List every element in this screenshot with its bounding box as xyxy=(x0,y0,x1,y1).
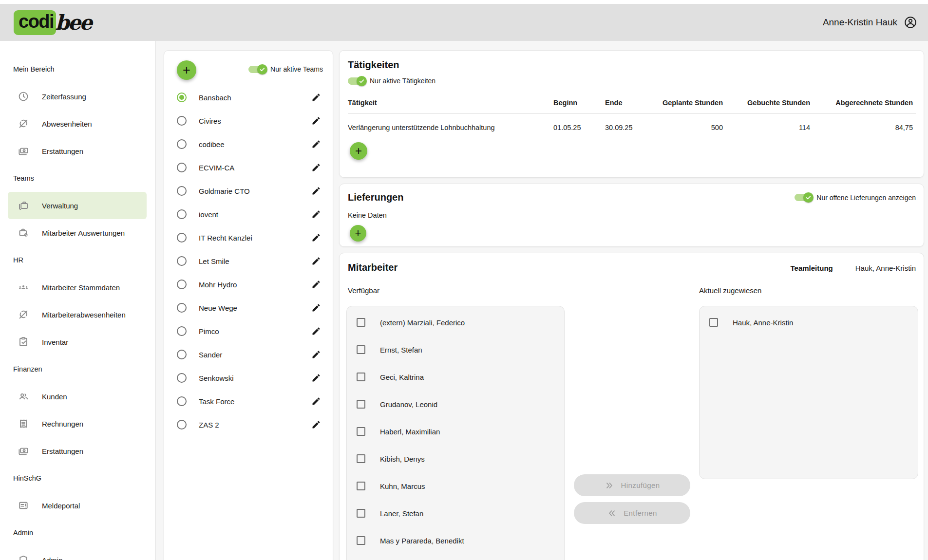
account-circle-icon[interactable] xyxy=(904,16,917,29)
team-radio[interactable] xyxy=(177,373,187,383)
team-row[interactable]: iovent xyxy=(164,203,333,226)
team-row[interactable]: Goldmarie CTO xyxy=(164,179,333,203)
edit-team-icon[interactable] xyxy=(311,303,321,313)
team-row[interactable]: Mohr Hydro xyxy=(164,273,333,296)
team-row[interactable]: codibee xyxy=(164,132,333,156)
sidebar-section-header: HinSchG xyxy=(0,465,155,492)
user-menu[interactable]: Anne-Kristin Hauk xyxy=(823,16,917,29)
member-row[interactable]: Kibish, Denys xyxy=(347,445,564,472)
team-radio[interactable] xyxy=(177,303,187,313)
team-row[interactable]: ZAS 2 xyxy=(164,413,333,436)
team-row[interactable]: ECVIM-CA xyxy=(164,156,333,179)
member-row[interactable]: Ernst, Stefan xyxy=(347,336,564,363)
team-radio[interactable] xyxy=(177,209,187,219)
team-row[interactable]: Neue Wege xyxy=(164,296,333,319)
active-teams-toggle[interactable] xyxy=(248,66,265,73)
edit-team-icon[interactable] xyxy=(311,326,321,336)
team-row[interactable]: Let Smile xyxy=(164,249,333,273)
team-radio[interactable] xyxy=(177,326,187,336)
team-radio[interactable] xyxy=(177,93,187,102)
member-row[interactable]: Mas y Parareda, Benedikt xyxy=(347,527,564,554)
member-row[interactable]: (extern) Marziali, Federico xyxy=(347,309,564,336)
sidebar-item-label: Mitarbeiter Stammdaten xyxy=(42,283,120,292)
edit-team-icon[interactable] xyxy=(311,373,321,383)
sidebar-item-rechnungen[interactable]: Rechnungen xyxy=(0,410,155,437)
member-checkbox[interactable] xyxy=(357,318,365,327)
member-checkbox[interactable] xyxy=(357,427,365,436)
sidebar-item-erstattungen[interactable]: Erstattungen xyxy=(0,137,155,165)
team-row[interactable]: Senkowski xyxy=(164,366,333,390)
team-row[interactable]: Pimco xyxy=(164,319,333,343)
open-lieferungen-toggle[interactable] xyxy=(795,194,812,201)
codibee-logo[interactable]: codi bee xyxy=(14,10,91,35)
member-row[interactable]: Laner, Stefan xyxy=(347,500,564,527)
edit-team-icon[interactable] xyxy=(311,186,321,196)
member-checkbox[interactable] xyxy=(357,509,365,518)
toggle-check-icon xyxy=(357,76,367,86)
column-header: Ende xyxy=(605,99,657,107)
edit-team-icon[interactable] xyxy=(311,280,321,289)
add-team-button[interactable]: + xyxy=(177,60,196,80)
member-checkbox[interactable] xyxy=(357,454,365,463)
member-checkbox[interactable] xyxy=(357,536,365,545)
team-radio[interactable] xyxy=(177,420,187,429)
sidebar-item-mitarbeiterabwesenheiten[interactable]: Mitarbeiterabwesenheiten xyxy=(0,301,155,328)
member-row[interactable]: Geci, Kaltrina xyxy=(347,363,564,391)
sidebar-item-mitarbeiter-auswertungen[interactable]: Mitarbeiter Auswertungen xyxy=(0,219,155,246)
edit-team-icon[interactable] xyxy=(311,163,321,172)
edit-team-icon[interactable] xyxy=(311,93,321,102)
sidebar-item-meldeportal[interactable]: Meldeportal xyxy=(0,492,155,519)
member-name: Laner, Stefan xyxy=(380,509,423,518)
edit-team-icon[interactable] xyxy=(311,139,321,149)
team-radio[interactable] xyxy=(177,233,187,243)
team-radio[interactable] xyxy=(177,116,187,126)
member-checkbox[interactable] xyxy=(357,373,365,381)
member-checkbox[interactable] xyxy=(357,400,365,409)
member-row[interactable]: Hauk, Anne-Kristin xyxy=(700,309,918,336)
member-row[interactable]: Grudanov, Leonid xyxy=(347,391,564,418)
edit-team-icon[interactable] xyxy=(311,256,321,266)
sidebar-item-mitarbeiter-stammdaten[interactable]: Mitarbeiter Stammdaten xyxy=(0,274,155,301)
member-checkbox[interactable] xyxy=(357,482,365,490)
table-cell: Verlängerung unterstützende Lohnbuchhalt… xyxy=(348,124,553,131)
sidebar-item-erstattungen[interactable]: Erstattungen xyxy=(0,437,155,465)
team-row[interactable]: IT Recht Kanzlei xyxy=(164,226,333,249)
member-row[interactable]: Kuhn, Marcus xyxy=(347,472,564,500)
add-taetigkeit-button[interactable]: + xyxy=(350,142,367,160)
active-taetigkeiten-toggle[interactable] xyxy=(348,77,365,85)
member-row[interactable]: Haberl, Maximilian xyxy=(347,418,564,445)
edit-team-icon[interactable] xyxy=(311,396,321,406)
add-members-button[interactable]: Hinzufügen xyxy=(574,474,690,496)
team-radio[interactable] xyxy=(177,280,187,289)
edit-team-icon[interactable] xyxy=(311,420,321,429)
edit-team-icon[interactable] xyxy=(311,233,321,243)
sidebar-item-abwesenheiten[interactable]: Abwesenheiten xyxy=(0,110,155,137)
sidebar-item-verwaltung[interactable]: Verwaltung xyxy=(8,192,147,219)
app-header: codi bee Anne-Kristin Hauk xyxy=(0,4,928,41)
team-radio[interactable] xyxy=(177,163,187,172)
taetigkeit-row[interactable]: Verlängerung unterstützende Lohnbuchhalt… xyxy=(348,114,916,141)
team-radio[interactable] xyxy=(177,256,187,266)
teams-panel: + Nur aktive Teams Bansbach Civires codi… xyxy=(164,50,333,560)
edit-team-icon[interactable] xyxy=(311,209,321,219)
sidebar-item-inventar[interactable]: Inventar xyxy=(0,328,155,355)
team-row[interactable]: Bansbach xyxy=(164,86,333,109)
team-radio[interactable] xyxy=(177,350,187,359)
sidebar-item-admin[interactable]: Admin xyxy=(0,546,155,560)
remove-members-button[interactable]: Entfernen xyxy=(574,502,690,524)
member-checkbox[interactable] xyxy=(357,345,365,354)
team-row[interactable]: Sander xyxy=(164,343,333,366)
team-row[interactable]: Civires xyxy=(164,109,333,132)
sidebar-item-zeiterfassung[interactable]: Zeiterfassung xyxy=(0,83,155,110)
team-radio[interactable] xyxy=(177,396,187,406)
edit-team-icon[interactable] xyxy=(311,350,321,359)
sidebar-item-kunden[interactable]: Kunden xyxy=(0,383,155,410)
no-data-text: Keine Daten xyxy=(348,211,916,219)
available-label: Verfügbar xyxy=(348,286,379,295)
team-radio[interactable] xyxy=(177,186,187,196)
team-row[interactable]: Task Force xyxy=(164,390,333,413)
team-radio[interactable] xyxy=(177,139,187,149)
add-lieferung-button[interactable]: + xyxy=(350,225,366,242)
edit-team-icon[interactable] xyxy=(311,116,321,126)
member-checkbox[interactable] xyxy=(709,318,718,327)
